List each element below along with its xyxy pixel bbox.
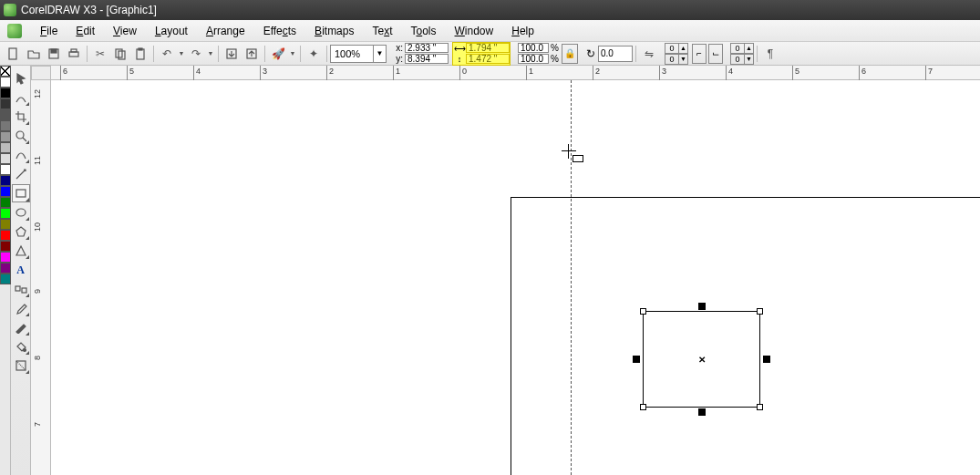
corner-a-value[interactable]: 0	[665, 43, 679, 54]
menu-bitmaps[interactable]: Bitmaps	[305, 22, 363, 40]
handle-r[interactable]	[763, 356, 770, 363]
handle-tl[interactable]	[640, 308, 646, 315]
y-position-input[interactable]	[405, 54, 449, 64]
redo-dropdown-icon[interactable]: ▼	[207, 45, 214, 63]
vertical-ruler[interactable]: 121110987	[31, 80, 51, 475]
import-icon[interactable]	[222, 45, 241, 63]
corner-bottom-left-icon[interactable]: ⌙	[708, 44, 723, 64]
menu-text[interactable]: Text	[363, 22, 401, 40]
spinner-up-icon[interactable]: ▲	[679, 43, 688, 54]
wrap-text-icon[interactable]: ¶	[761, 45, 779, 63]
basic-shapes-icon[interactable]	[12, 242, 30, 260]
polygon-tool-icon[interactable]	[12, 222, 30, 241]
corner-d-value[interactable]: 0	[730, 54, 745, 65]
spinner-up-icon[interactable]: ▲	[745, 43, 754, 54]
new-icon[interactable]	[5, 45, 23, 63]
menu-edit[interactable]: Edit	[67, 22, 104, 40]
export-icon[interactable]	[242, 45, 261, 63]
color-swatch[interactable]	[0, 219, 11, 230]
menu-tools[interactable]: Tools	[402, 22, 446, 40]
drawing-canvas[interactable]: ✕	[51, 80, 980, 475]
open-icon[interactable]	[25, 45, 43, 63]
print-icon[interactable]	[65, 45, 83, 63]
color-swatch[interactable]	[0, 252, 11, 263]
scale-y-input[interactable]	[518, 54, 549, 64]
width-input[interactable]	[466, 43, 510, 53]
eyedropper-tool-icon[interactable]	[12, 299, 30, 317]
handle-bl[interactable]	[640, 404, 646, 410]
color-swatch[interactable]	[0, 197, 11, 208]
crop-tool-icon[interactable]	[12, 108, 30, 126]
x-position-input[interactable]	[405, 43, 449, 53]
zoom-input[interactable]	[331, 48, 373, 59]
undo-dropdown-icon[interactable]: ▼	[178, 45, 185, 63]
undo-icon[interactable]: ↶	[158, 45, 176, 63]
color-swatch[interactable]	[0, 164, 11, 175]
menu-effects[interactable]: Effects	[254, 22, 305, 40]
cut-icon[interactable]: ✂	[91, 45, 109, 63]
welcome-icon[interactable]: ✦	[304, 45, 323, 63]
fill-tool-icon[interactable]	[12, 337, 30, 356]
color-swatch[interactable]	[0, 274, 11, 284]
color-swatch[interactable]	[0, 208, 11, 219]
menu-view[interactable]: View	[104, 22, 146, 40]
handle-tr[interactable]	[757, 308, 763, 315]
copy-icon[interactable]	[111, 45, 129, 63]
menu-help[interactable]: Help	[502, 22, 543, 40]
interactive-fill-icon[interactable]	[12, 356, 30, 375]
mirror-h-icon[interactable]: ⇋	[640, 45, 658, 63]
ellipse-tool-icon[interactable]	[12, 203, 30, 222]
app-launcher-icon[interactable]: 🚀	[269, 45, 287, 63]
shape-tool-icon[interactable]	[12, 88, 30, 107]
corner-b-value[interactable]: 0	[665, 54, 679, 65]
corner-c-value[interactable]: 0	[730, 43, 745, 54]
color-swatch[interactable]	[0, 153, 11, 164]
color-swatch[interactable]	[0, 131, 11, 142]
horizontal-ruler[interactable]: 65432101234567	[51, 66, 980, 80]
rotation-input[interactable]	[598, 46, 633, 62]
chevron-down-icon[interactable]: ▼	[373, 46, 386, 62]
swatch-none[interactable]	[0, 66, 11, 77]
launcher-dropdown-icon[interactable]: ▼	[289, 45, 296, 63]
paste-icon[interactable]	[131, 45, 150, 63]
menu-arrange[interactable]: Arrange	[197, 22, 254, 40]
ruler-origin[interactable]	[31, 66, 51, 80]
save-icon[interactable]	[45, 45, 63, 63]
interactive-blend-icon[interactable]	[12, 280, 30, 298]
outline-tool-icon[interactable]	[12, 318, 30, 336]
handle-b[interactable]	[698, 408, 706, 416]
color-swatch[interactable]	[0, 120, 11, 131]
height-input[interactable]	[466, 54, 510, 64]
color-swatch[interactable]	[0, 77, 11, 88]
color-swatch[interactable]	[0, 88, 11, 98]
text-tool-icon[interactable]: A	[12, 261, 30, 279]
scale-x-input[interactable]	[518, 43, 549, 53]
redo-icon[interactable]: ↷	[187, 45, 205, 63]
center-marker[interactable]: ✕	[698, 355, 706, 365]
color-swatch[interactable]	[0, 230, 11, 241]
color-swatch[interactable]	[0, 109, 11, 120]
menu-layout[interactable]: Layout	[146, 22, 197, 40]
spinner-down-icon[interactable]: ▼	[679, 54, 688, 65]
handle-l[interactable]	[633, 356, 640, 363]
handle-t[interactable]	[698, 303, 706, 310]
color-swatch[interactable]	[0, 98, 11, 109]
handle-br[interactable]	[757, 404, 763, 410]
freehand-tool-icon[interactable]	[12, 146, 30, 164]
color-swatch[interactable]	[0, 241, 11, 252]
color-swatch[interactable]	[0, 142, 11, 153]
smart-drawing-icon[interactable]	[12, 165, 30, 183]
menu-file[interactable]: File	[31, 22, 67, 40]
rectangle-tool-icon[interactable]	[12, 184, 30, 202]
selected-rectangle[interactable]: ✕	[643, 311, 760, 408]
corner-top-left-icon[interactable]: ⌐	[692, 44, 707, 64]
pick-tool-icon[interactable]	[12, 69, 30, 88]
color-swatch[interactable]	[0, 175, 11, 186]
color-swatch[interactable]	[0, 186, 11, 197]
lock-ratio-icon[interactable]: 🔒	[562, 44, 578, 64]
zoom-tool-icon[interactable]	[12, 127, 30, 145]
document-icon[interactable]	[7, 24, 22, 38]
zoom-combo[interactable]: ▼	[330, 45, 387, 63]
color-swatch[interactable]	[0, 263, 11, 274]
spinner-down-icon[interactable]: ▼	[745, 54, 754, 65]
